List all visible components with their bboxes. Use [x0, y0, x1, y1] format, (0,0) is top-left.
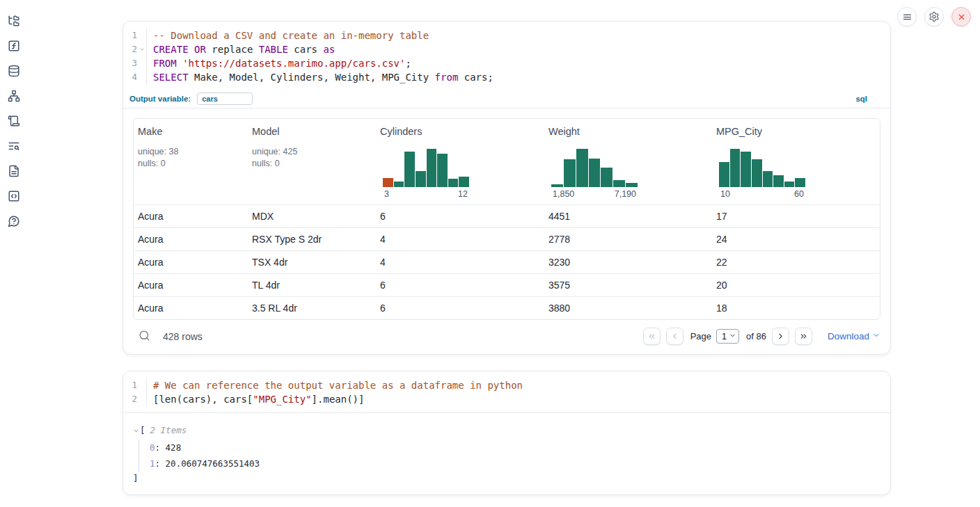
document-icon — [8, 165, 20, 177]
table-row[interactable]: Acura3.5 RL 4dr6388018 — [134, 296, 880, 319]
cell-value: 3880 — [548, 303, 570, 314]
row-count: 428 rows — [163, 331, 203, 342]
code-text[interactable]: FROM 'https://datasets.marimo.app/cars.c… — [146, 56, 890, 70]
close-bracket: ] — [133, 472, 880, 485]
histogram-bar — [613, 180, 625, 187]
output-variable-input[interactable] — [197, 92, 253, 105]
column-header-mpg_city[interactable]: MPG_City1060 — [712, 119, 880, 204]
sidebar-item-scratchpad[interactable] — [2, 111, 26, 130]
histogram-weight[interactable] — [551, 149, 638, 187]
code-text[interactable]: CREATE OR replace TABLE cars as — [146, 42, 890, 56]
line-number: 4 — [123, 70, 137, 84]
cell-value: 3.5 RL 4dr — [252, 303, 297, 314]
collapse-chevron-icon[interactable] — [133, 428, 139, 434]
histogram-bar — [404, 152, 415, 187]
chevrons-left-icon — [647, 332, 656, 341]
tree-entries: 0: 4281: 20.060747663551403 — [139, 440, 880, 472]
sidebar-item-snippets[interactable] — [2, 186, 26, 205]
column-header-cylinders[interactable]: Cylinders312 — [376, 119, 544, 204]
cell-value: 22 — [716, 257, 727, 268]
cell-value: 6 — [380, 280, 386, 291]
table-header-row: Makeunique: 38nulls: 0Modelunique: 425nu… — [134, 119, 880, 204]
column-label: MPG_City — [716, 126, 876, 137]
histogram-bar — [448, 179, 459, 187]
first-page-button[interactable] — [643, 328, 661, 345]
table-row[interactable]: AcuraTSX 4dr4323022 — [134, 250, 880, 273]
table-footer: 428 rows Page 1 of 86 Download — [123, 320, 890, 345]
dependency-graph-icon — [8, 90, 20, 102]
sql-code-editor[interactable]: 1-- Download a CSV and create an in-memo… — [123, 22, 890, 88]
cell-value: Acura — [138, 257, 164, 268]
page-select[interactable]: 1 — [716, 329, 739, 344]
histogram-bar — [795, 178, 805, 187]
column-label: Make — [138, 126, 244, 137]
shutdown-button[interactable] — [951, 7, 971, 26]
sidebar-item-logs[interactable] — [2, 136, 26, 155]
prev-page-button[interactable] — [666, 328, 683, 345]
code-block-icon — [8, 190, 20, 202]
column-header-model[interactable]: Modelunique: 425nulls: 0 — [248, 119, 376, 204]
column-label: Weight — [548, 126, 708, 137]
chevron-left-icon — [670, 332, 679, 341]
column-header-weight[interactable]: Weight1,8507,190 — [544, 119, 712, 204]
sidebar-item-file-explorer[interactable] — [2, 11, 26, 30]
sidebar-item-variables[interactable] — [2, 36, 26, 55]
line-number: 1 — [123, 378, 137, 392]
function-square-icon — [8, 40, 20, 52]
search-button[interactable] — [137, 330, 151, 344]
cell-value: 3230 — [548, 257, 570, 268]
code-text[interactable]: SELECT Make, Model, Cylinders, Weight, M… — [146, 70, 890, 84]
language-badge[interactable]: sql — [855, 95, 867, 103]
histogram-bar — [427, 149, 437, 187]
help-bubble-icon — [8, 215, 20, 227]
table-row[interactable]: AcuraTL 4dr6357520 — [134, 273, 880, 296]
next-page-button[interactable] — [772, 328, 789, 345]
histogram-bar — [394, 182, 404, 187]
python-code-editor[interactable]: 1# We can reference the output variable … — [123, 371, 890, 413]
line-number: 2 — [123, 392, 137, 406]
download-button[interactable]: Download — [828, 331, 880, 341]
cell-value: 24 — [716, 234, 727, 245]
search-icon — [139, 330, 150, 344]
histogram-mpg_city[interactable] — [719, 149, 805, 187]
table-row[interactable]: AcuraRSX Type S 2dr4277824 — [134, 227, 880, 250]
python-output-tree: [ 2 Items 0: 4281: 20.060747663551403 ] — [123, 413, 890, 485]
column-header-make[interactable]: Makeunique: 38nulls: 0 — [134, 119, 248, 204]
sidebar-item-data-sources[interactable] — [2, 61, 26, 80]
cell-value: Acura — [138, 280, 164, 291]
cell-value: 20 — [716, 280, 727, 291]
cell-value: 18 — [716, 303, 727, 314]
table-row[interactable]: AcuraMDX6445117 — [134, 204, 880, 227]
settings-button[interactable] — [924, 7, 944, 26]
file-tree-icon — [8, 15, 20, 27]
menu-button[interactable] — [897, 7, 917, 26]
cell-value: 3575 — [548, 280, 570, 291]
close-icon — [957, 13, 966, 22]
code-line: 2CREATE OR replace TABLE cars as — [123, 42, 890, 56]
fold-chevron-icon[interactable] — [137, 42, 146, 56]
hamburger-menu-icon — [902, 12, 912, 22]
sidebar-item-dependency-graph[interactable] — [2, 86, 26, 105]
histogram-bar — [416, 171, 426, 187]
cell-value: RSX Type S 2dr — [252, 234, 322, 245]
line-number: 2 — [123, 42, 137, 56]
code-text[interactable]: # We can reference the output variable a… — [146, 378, 890, 392]
code-line: 1-- Download a CSV and create an in-memo… — [123, 29, 890, 42]
chevrons-right-icon — [799, 332, 808, 341]
sidebar-item-documentation[interactable] — [2, 161, 26, 180]
code-text[interactable]: [len(cars), cars["MPG_City"].mean()] — [146, 392, 890, 406]
list-item: 0: 428 — [150, 440, 880, 456]
sql-cell-toolbar: Output variable: sql — [123, 90, 890, 108]
code-text[interactable]: -- Download a CSV and create an in-memor… — [146, 29, 890, 42]
helper-panel-sidebar — [0, 11, 28, 230]
last-page-button[interactable] — [795, 328, 812, 345]
chevron-down-icon — [872, 331, 880, 341]
code-line: 4SELECT Make, Model, Cylinders, Weight, … — [123, 70, 890, 84]
histogram-bar — [730, 149, 741, 187]
open-bracket: [ — [140, 423, 145, 438]
histogram-cylinders[interactable] — [383, 149, 469, 187]
cell-value: Acura — [138, 234, 164, 245]
sidebar-item-help[interactable] — [2, 211, 26, 230]
histogram-bar — [437, 154, 448, 187]
histogram-bar — [601, 168, 612, 187]
